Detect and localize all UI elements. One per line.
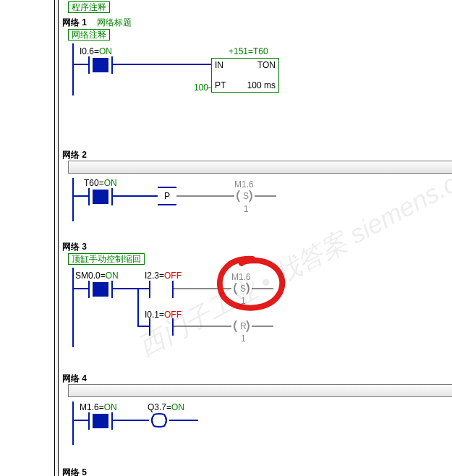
rail-n1 <box>72 43 74 95</box>
wire <box>255 195 276 197</box>
pin-pt: PT <box>215 80 226 90</box>
network-1-header[interactable]: 网络 1 网络标题 <box>62 16 132 29</box>
contact-m1-6[interactable] <box>88 412 113 430</box>
network-2-bar <box>68 161 452 174</box>
rail-n4 <box>72 401 74 445</box>
rail-n2 <box>72 178 74 221</box>
contact-sm0-0-label: SM0.0=ON <box>75 271 119 281</box>
wire <box>174 288 231 289</box>
wire <box>207 88 211 88</box>
network-1-title: 网络 1 <box>62 17 87 29</box>
wire <box>113 64 211 65</box>
wire <box>113 420 149 421</box>
wire <box>72 64 88 65</box>
network-5-header[interactable]: 网络 5 <box>62 466 97 476</box>
wire <box>113 288 149 289</box>
network-5-title: 网络 5 <box>62 467 87 477</box>
network-4-header[interactable]: 网络 4 <box>62 372 97 385</box>
wire <box>72 420 88 421</box>
coil-r-n: 1 <box>241 333 246 344</box>
wire <box>252 326 273 327</box>
network-4-bar <box>68 384 452 397</box>
contact-i2-3-label: I2.3=OFF <box>145 271 182 281</box>
timer-block-t60[interactable]: IN TON PT 100 ms <box>211 58 279 93</box>
coil-s-n: 1 <box>241 296 246 306</box>
branch <box>137 288 139 327</box>
contact-sm0-0[interactable] <box>88 281 113 298</box>
pin-pt-val: 100 ms <box>247 80 276 90</box>
rail-n3 <box>72 268 74 347</box>
wire <box>113 195 158 197</box>
coil-s-op: S <box>240 284 246 294</box>
coil-q3-7[interactable] <box>149 413 169 428</box>
wire <box>176 195 234 197</box>
network-3-title: 网络 3 <box>62 241 87 253</box>
wire <box>169 420 198 421</box>
network-2-title: 网络 2 <box>62 149 87 161</box>
program-comment[interactable]: 程序注释 <box>68 1 110 13</box>
pin-type: TON <box>257 60 276 70</box>
coil-addr-n2: M1.6 <box>234 179 254 190</box>
wire <box>72 288 88 289</box>
pin-in: IN <box>215 60 223 70</box>
contact-t60-label: T60=ON <box>84 178 117 188</box>
network-2-header[interactable]: 网络 2 <box>62 148 97 161</box>
contact-i0-6[interactable] <box>88 56 113 74</box>
edge-p-box[interactable]: P <box>158 187 176 205</box>
coil-r-op: R <box>240 321 247 331</box>
network-1-subtitle: 网络标题 <box>97 17 132 29</box>
contact-i2-3[interactable] <box>149 281 174 298</box>
wire <box>72 195 88 197</box>
network-3-header[interactable]: 网络 3 <box>62 240 97 253</box>
coil-s-addr: M1.6 <box>231 272 251 282</box>
wire <box>252 288 273 289</box>
timer-top-label: +151=T60 <box>229 46 268 56</box>
coil-n-n2: 1 <box>244 204 249 214</box>
contact-m1-6-label: M1.6=ON <box>80 402 117 412</box>
contact-i0-1[interactable] <box>149 318 174 336</box>
network-1-comment[interactable]: 网络注释 <box>68 29 110 41</box>
contact-t60[interactable] <box>88 188 113 205</box>
contact-i0-1-label: I0.1=OFF <box>145 310 182 320</box>
wire <box>137 326 149 327</box>
ladder-editor: 程序注释 网络 1 网络标题 网络注释 I0.6=ON IN TON PT 10… <box>0 0 452 476</box>
wire <box>174 326 231 327</box>
coil-op: S <box>243 191 249 201</box>
coil-q3-7-label: Q3.7=ON <box>148 402 184 412</box>
row-gutter <box>54 0 59 476</box>
network-3-comment[interactable]: 顶缸手动控制缩回 <box>68 253 145 265</box>
network-4-title: 网络 4 <box>62 373 87 385</box>
contact-i0-6-label: I0.6=ON <box>80 46 112 56</box>
